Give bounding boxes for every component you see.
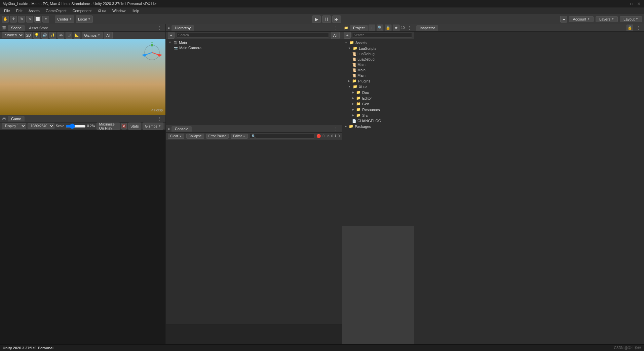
tab-asset-store[interactable]: Asset Store: [26, 25, 51, 31]
game-more-button[interactable]: ⋮: [156, 116, 163, 121]
close-button[interactable]: ✕: [637, 1, 641, 6]
account-button[interactable]: Account ▼: [569, 16, 594, 22]
game-mute-button[interactable]: 🔇: [121, 123, 127, 130]
tab-hierarchy[interactable]: Hierarchy: [172, 25, 194, 31]
project-tabbar: 📁 Project + 🔍 🔓 ★ 10 ⋮: [342, 24, 414, 32]
shading-mode-select[interactable]: Shaded: [2, 32, 24, 38]
project-item-luadebug-1[interactable]: 📜 LuaDebug: [342, 51, 414, 57]
project-lock-button[interactable]: 🔓: [385, 25, 391, 31]
menu-gameobject[interactable]: GameObject: [43, 8, 69, 13]
custom-tool-button[interactable]: ✦: [42, 16, 49, 23]
move-tool-button[interactable]: ✛: [10, 16, 17, 23]
game-gizmos-button[interactable]: Gizmos ▼: [143, 122, 163, 130]
collapse-button[interactable]: Collapse: [186, 134, 204, 139]
hierarchy-more-button[interactable]: ⋮: [332, 25, 340, 31]
play-controls: ▶ ⏸ ⏭: [312, 15, 341, 23]
project-item-changelog[interactable]: 📄 CHANGELOG: [342, 118, 414, 124]
menu-help[interactable]: Help: [129, 8, 142, 13]
hierarchy-add-button[interactable]: +: [168, 32, 175, 39]
scene-all-button[interactable]: All: [104, 32, 113, 39]
project-add-button[interactable]: +: [344, 32, 351, 39]
menu-component[interactable]: Component: [70, 8, 94, 13]
scene-gizmo[interactable]: Y X Z: [142, 42, 162, 63]
scene-view[interactable]: Y X Z < Persp: [0, 39, 165, 115]
resolution-select[interactable]: 1080x2340: [28, 123, 54, 129]
inspector-lock-button[interactable]: 🔓: [627, 25, 633, 31]
tab-scene[interactable]: Scene: [8, 25, 25, 31]
pivot-center-button[interactable]: Center ▼: [55, 15, 74, 23]
minimize-button[interactable]: —: [622, 1, 627, 6]
warning-icon: ⚠: [327, 134, 330, 138]
project-item-resources[interactable]: ▶ 📁 Resources: [342, 107, 414, 112]
project-item-src[interactable]: ▶ 📁 Src: [342, 112, 414, 118]
project-item-main-3[interactable]: 📜 Main: [342, 73, 414, 78]
gizmos-button[interactable]: Gizmos ▼: [82, 32, 103, 39]
2d-toggle-button[interactable]: 2D: [25, 32, 32, 39]
hierarchy-item-main-camera[interactable]: 📷 Main Camera: [166, 45, 342, 50]
maximize-button[interactable]: □: [629, 1, 634, 6]
scene-visibility-button[interactable]: 👁: [58, 32, 64, 39]
snap-button[interactable]: 📐: [74, 32, 80, 39]
play-button[interactable]: ▶: [312, 15, 321, 23]
project-item-assets[interactable]: ▼ 📁 Assets: [342, 40, 414, 45]
project-item-editor[interactable]: ▶ 📁 Editor: [342, 95, 414, 101]
project-more-button[interactable]: ⋮: [406, 25, 413, 31]
project-item-gen[interactable]: ▶ 📁 Gen: [342, 101, 414, 107]
maximize-on-play-button[interactable]: Maximize On Play: [97, 122, 120, 130]
project-search-button[interactable]: 🔍: [377, 25, 383, 31]
hand-tool-button[interactable]: ✋: [2, 16, 9, 23]
tab-game[interactable]: Game: [8, 116, 25, 121]
pause-button[interactable]: ⏸: [322, 15, 331, 23]
clear-button[interactable]: Clear ▼: [168, 134, 184, 139]
project-item-plugins[interactable]: ▶ 📁 Plugins: [342, 78, 414, 84]
console-search-input[interactable]: [250, 134, 315, 139]
scene-more-button[interactable]: ⋮: [156, 25, 163, 31]
rotate-tool-button[interactable]: ↻: [18, 16, 25, 23]
display-select[interactable]: Display 1: [2, 123, 26, 129]
lighting-toggle-button[interactable]: 💡: [33, 32, 40, 39]
src-arrow: ▶: [352, 114, 354, 117]
project-item-luadebug-2[interactable]: 📜 LuaDebug: [342, 57, 414, 62]
project-item-main-2[interactable]: 📜 Main: [342, 67, 414, 73]
layout-button[interactable]: Layout ▼: [620, 16, 642, 22]
fx-toggle-button[interactable]: ✨: [49, 32, 56, 39]
svg-text:Z: Z: [142, 54, 144, 57]
scale-tool-button[interactable]: ⇲: [26, 16, 33, 23]
window-controls[interactable]: — □ ✕: [622, 1, 641, 6]
menu-assets[interactable]: Assets: [26, 8, 42, 13]
cloud-build-button[interactable]: ☁: [560, 16, 567, 23]
menu-edit[interactable]: Edit: [13, 8, 25, 13]
project-search-input[interactable]: [352, 33, 412, 38]
step-button[interactable]: ⏭: [332, 15, 341, 23]
info-icon: ℹ: [335, 134, 336, 138]
hierarchy-item-main[interactable]: ▼ 🎬 Main: [166, 40, 342, 45]
pivot-local-button[interactable]: Local ▼: [76, 15, 93, 23]
tab-console[interactable]: Console: [172, 126, 192, 132]
layers-button[interactable]: Layers ▼: [596, 16, 618, 22]
audio-toggle-button[interactable]: 🔊: [41, 32, 48, 39]
project-item-doc[interactable]: ▶ 📁 Doc: [342, 90, 414, 95]
scale-slider[interactable]: [66, 124, 86, 129]
rect-tool-button[interactable]: ⬜: [34, 16, 41, 23]
menu-file[interactable]: File: [1, 8, 13, 13]
project-item-xlua[interactable]: ▼ 📁 XLua: [342, 84, 414, 90]
menu-window[interactable]: Window: [110, 8, 128, 13]
menu-xlua[interactable]: XLua: [95, 8, 109, 13]
hierarchy-search-input[interactable]: [177, 33, 329, 38]
tab-project[interactable]: Project: [350, 25, 368, 31]
stats-button[interactable]: Stats: [128, 122, 141, 130]
project-item-main-1[interactable]: 📜 Main: [342, 62, 414, 67]
error-pause-button[interactable]: Error Pause: [206, 134, 229, 139]
grid-toggle-button[interactable]: ⊞: [66, 32, 72, 39]
inspector-more-button[interactable]: ⋮: [635, 25, 642, 31]
project-create-button[interactable]: +: [369, 25, 375, 31]
project-favorite-button[interactable]: ★: [393, 25, 400, 31]
game-toolbar: Display 1 1080x2340 Scale 0.28x Maximize…: [0, 122, 165, 130]
project-item-luascripts[interactable]: ▼ 📁 LuaScripts: [342, 45, 414, 51]
xlua-label: XLua: [359, 85, 368, 89]
console-more-button[interactable]: ⋮: [332, 126, 340, 132]
tab-inspector[interactable]: Inspector: [416, 25, 438, 31]
hierarchy-all-button[interactable]: All: [331, 32, 340, 39]
project-item-packages[interactable]: ▶ 📁 Packages: [342, 124, 414, 129]
editor-filter-button[interactable]: Editor ▼: [231, 134, 248, 139]
